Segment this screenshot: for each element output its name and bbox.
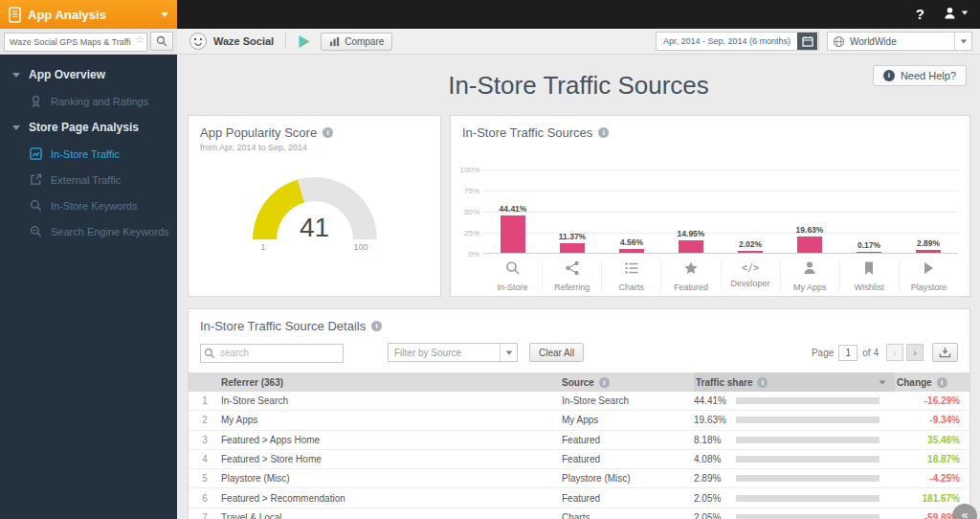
share-bar-track [736,437,880,443]
table-row[interactable]: 4 Featured > Store Home Featured 4.08% 1… [189,450,969,469]
bar-value-label: 11.37% [559,232,586,241]
change-cell: 181.67% [895,493,969,504]
info-icon[interactable] [323,127,333,138]
y-axis-tick: 100% [455,166,479,174]
clear-all-button[interactable]: Clear All [529,343,584,362]
bar-playstore[interactable] [916,250,941,253]
traffic-share-cell: 8.18% [694,435,895,445]
info-icon[interactable] [937,377,947,388]
user-menu-button[interactable] [943,6,969,20]
bar-wishlist[interactable] [857,252,881,253]
sidebar-item-label: External Traffic [51,174,121,186]
need-help-button[interactable]: Need Help? [873,65,967,86]
share-bar-track [736,456,880,463]
referrer-cell: Featured > Apps Home [221,435,562,445]
popularity-date-range: from Apr, 2014 to Sep, 2014 [189,140,440,152]
table-row[interactable]: 1 In-Store Search In-Store Search 44.41%… [189,392,969,411]
sidebar-item-search-engine-keywords[interactable]: Search Engine Keywords [0,218,177,244]
table-row[interactable]: 2 My Apps My Apps 19.63% -9.34% [189,411,969,430]
details-search-input[interactable] [200,344,344,363]
chevron-down-icon [12,125,20,130]
bar-referring[interactable] [560,243,585,253]
help-button[interactable]: ? [916,6,924,22]
category-referring: Referring [542,260,601,292]
section-label: App Overview [29,68,105,81]
info-icon[interactable] [599,377,610,388]
prev-page-button[interactable] [886,344,903,361]
sidebar-item-ranking-ratings[interactable]: Ranking and Ratings [0,88,177,114]
category-in-store: In-Store [483,260,542,292]
search-engine-icon [30,225,42,237]
bar-value-label: 2.02% [739,239,762,249]
change-cell: 18.87% [895,454,969,464]
bar-in-store[interactable] [501,215,525,253]
chevron-down-icon [161,12,168,17]
source-cell: Featured [562,454,694,464]
referrer-header[interactable]: Referrer (363) [221,377,562,388]
google-play-icon[interactable] [298,34,311,49]
table-row[interactable]: 3 Featured > Apps Home Featured 8.18% 35… [189,431,969,450]
app-analysis-menu[interactable]: App Analysis [0,0,177,29]
traffic-share-cell: 4.08% [694,454,895,464]
sidebar-section-store-page-analysis[interactable]: Store Page Analysis [0,114,177,141]
page-input[interactable] [838,345,858,361]
table-row[interactable]: 7 Travel & Local Charts 2.05% -59.89% [189,508,969,519]
source-header[interactable]: Source [562,377,694,388]
sidebar-item-in-store-keywords[interactable]: In-Store Keywords [0,192,177,218]
chevron-down-icon[interactable] [954,33,971,50]
info-icon[interactable] [371,321,382,331]
traffic-share-cell: 2.89% [694,473,895,484]
main-content: In-Store Traffic Sources Need Help? App … [177,55,980,519]
sort-desc-icon[interactable] [880,380,886,384]
bar-developer[interactable] [738,251,763,253]
share-bar-track [736,417,880,423]
info-icon[interactable] [757,377,768,388]
compare-button[interactable]: Compare [321,33,392,51]
row-number: 3 [189,435,221,445]
bar-value-label: 14.95% [678,229,705,238]
app-analysis-screen: App Analysis ? Waze Social [0,0,980,519]
traffic-share-header[interactable]: Traffic share [694,372,895,392]
analytics-icon [30,147,42,160]
brand-title: App Analysis [28,8,154,22]
bar-value-label: 19.63% [796,225,824,235]
filter-by-source-select[interactable]: Filter by Source [388,343,518,362]
traffic-sources-panel: In-Store Traffic Sources 100% 75% 50% 25… [450,115,970,297]
list-icon [624,260,639,280]
traffic-share-cell: 19.63% [694,415,895,425]
export-button[interactable] [932,343,958,362]
category-my-apps: My Apps [780,260,839,292]
category-label: Developer [731,279,770,288]
app-search-input[interactable] [4,33,147,52]
date-range-picker[interactable]: Apr, 2014 - Sep, 2014 (6 months) [656,32,819,51]
table-row[interactable]: 6 Featured > Recommendation Featured 2.0… [189,488,969,508]
favorite-star-icon[interactable] [135,34,145,46]
sidebar-section-app-overview[interactable]: App Overview [0,61,177,88]
bar-featured[interactable] [679,240,703,253]
referrer-cell: Travel & Local [221,512,562,519]
change-header[interactable]: Change [895,377,969,388]
need-help-label: Need Help? [901,70,956,81]
info-icon[interactable] [598,127,609,138]
referrer-cell: In-Store Search [221,395,562,406]
category-playstore: Playstore [899,260,958,292]
search-button[interactable] [150,32,173,51]
person-icon [802,260,817,280]
bar-charts[interactable] [619,249,644,253]
bar-chart-icon [329,36,340,47]
panel-title: In-Store Traffic Sources [462,125,592,140]
calendar-icon[interactable] [797,33,817,50]
row-number: 6 [189,493,221,504]
bar-my-apps[interactable] [797,237,822,253]
change-cell: 35.46% [895,435,969,445]
table-row[interactable]: 5 Playstore (Misc) Playstore (Misc) 2.89… [189,469,969,488]
referrer-cell: Featured > Store Home [221,454,562,464]
chevron-down-icon[interactable] [500,344,517,361]
next-page-button[interactable] [906,344,924,361]
share-bar-track [736,514,880,519]
region-select[interactable]: WorldWide [827,32,972,51]
sidebar-item-external-traffic[interactable]: External Traffic [0,167,177,192]
sidebar-item-label: In-Store Traffic [51,148,120,160]
table-header: Referrer (363) Source Traffic share Chan… [189,372,969,392]
sidebar-item-in-store-traffic[interactable]: In-Store Traffic [0,141,177,167]
